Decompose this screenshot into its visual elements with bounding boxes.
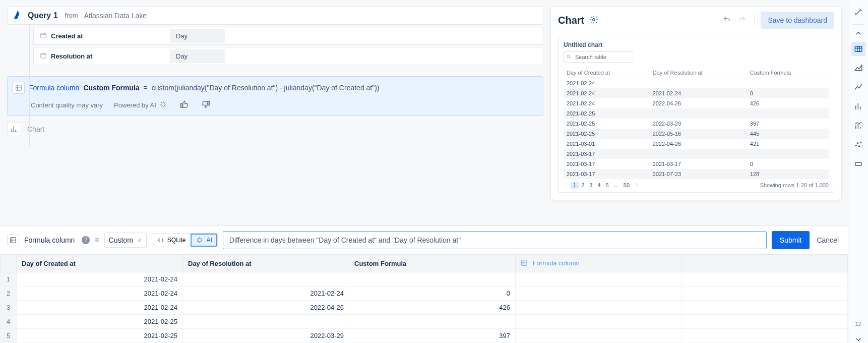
- table-row[interactable]: 2021-03-012022-04-26421: [564, 139, 829, 149]
- custom-chip[interactable]: Custom: [104, 233, 147, 248]
- table-row[interactable]: 2021-03-172021-07-23128: [564, 169, 829, 179]
- col-header[interactable]: Day of Resolution at: [183, 255, 349, 272]
- mode-toggle: SQLite AI: [152, 233, 218, 247]
- chevron-up-icon[interactable]: [851, 30, 865, 37]
- table-row[interactable]: 2021-02-242022-04-26426: [564, 98, 829, 108]
- chart-icon: [7, 122, 21, 136]
- submit-button[interactable]: Submit: [772, 231, 810, 249]
- grain-pill[interactable]: Day: [170, 49, 225, 63]
- undo-button[interactable]: [721, 14, 733, 27]
- dim-label: Created at: [51, 32, 83, 40]
- natural-language-input[interactable]: [223, 231, 767, 249]
- svg-point-8: [855, 145, 856, 146]
- magic-wand-icon[interactable]: [851, 5, 865, 19]
- chart-panel: Chart Save to dashboard Untitled chart: [550, 6, 842, 200]
- svg-rect-12: [855, 162, 861, 165]
- combo-chart-icon[interactable]: [851, 119, 865, 133]
- kpi-icon[interactable]: [851, 157, 865, 171]
- thumbs-up-button[interactable]: [178, 99, 190, 111]
- ai-mode-button[interactable]: AI: [191, 234, 217, 247]
- page-button[interactable]: 50: [621, 182, 632, 189]
- svg-point-3: [593, 18, 595, 21]
- query-title: Query 1: [28, 11, 58, 20]
- rail-count: 12: [855, 321, 861, 327]
- chart-title: Chart: [558, 15, 584, 26]
- pagination: 12345...50 Showing rows 1-20 of 1,000: [564, 182, 829, 188]
- svg-point-9: [857, 143, 858, 144]
- page-button[interactable]: 5: [603, 182, 611, 189]
- formula-icon: [521, 260, 528, 268]
- col-header-empty: [682, 255, 848, 272]
- table-row[interactable]: 2021-03-17: [564, 149, 829, 159]
- save-to-dashboard-button[interactable]: Save to dashboard: [761, 12, 834, 29]
- table-row[interactable]: 12021-02-24: [1, 272, 848, 287]
- chart-settings-button[interactable]: [589, 15, 598, 26]
- formula-bar-label: Formula column: [24, 236, 75, 244]
- chart-type-rail: 12: [848, 0, 868, 343]
- chevron-down-icon[interactable]: [851, 336, 865, 343]
- clear-chip-icon[interactable]: [137, 236, 142, 244]
- svg-point-11: [860, 142, 861, 143]
- formula-name: Custom Formula: [83, 84, 139, 92]
- area-chart-icon[interactable]: [851, 61, 865, 75]
- svg-point-4: [567, 55, 570, 58]
- query-source: Atlassian Data Lake: [84, 12, 147, 20]
- table-view-icon[interactable]: [851, 42, 865, 56]
- formula-column-link[interactable]: Formula column: [29, 84, 79, 92]
- table-row[interactable]: 2021-02-252022-03-29397: [564, 119, 829, 129]
- formula-expression: custom(julianday("Day of Resolution at")…: [152, 84, 380, 92]
- sqlite-mode-button[interactable]: SQLite: [152, 234, 191, 247]
- col-header[interactable]: Day of Created at: [564, 68, 650, 78]
- svg-rect-1: [41, 53, 46, 58]
- query-header[interactable]: Query 1 from Atlassian Data Lake: [7, 6, 543, 25]
- calendar-icon: [40, 52, 47, 61]
- formula-icon: [13, 82, 25, 94]
- col-header[interactable]: Day of Resolution at: [650, 68, 747, 78]
- page-button[interactable]: 4: [595, 182, 603, 189]
- line-chart-icon[interactable]: [851, 80, 865, 94]
- query-dimension-resolution-at[interactable]: Resolution at Day: [33, 47, 543, 65]
- formula-column-header[interactable]: Formula column: [516, 255, 682, 272]
- table-row[interactable]: 2021-02-24: [564, 78, 829, 89]
- table-row[interactable]: 52021-02-252022-03-29397: [1, 329, 848, 343]
- divider: [754, 14, 755, 26]
- sparkle-icon: [159, 100, 167, 110]
- page-button[interactable]: ...: [611, 182, 621, 189]
- thumbs-down-button[interactable]: [201, 99, 212, 111]
- pagination-info: Showing rows 1-20 of 1,000: [760, 182, 829, 188]
- page-button[interactable]: 1: [571, 182, 579, 189]
- query-from-label: from: [65, 12, 78, 19]
- redo-button[interactable]: [736, 14, 748, 27]
- query-dimension-created-at[interactable]: Created at Day: [33, 27, 543, 45]
- chart-subtitle: Untitled chart: [564, 41, 829, 48]
- table-row[interactable]: 32021-02-242022-04-26426: [1, 301, 848, 315]
- col-header[interactable]: Custom Formula: [349, 255, 516, 272]
- prev-page-button[interactable]: [564, 182, 569, 188]
- page-button[interactable]: 3: [587, 182, 595, 189]
- table-row[interactable]: 22021-02-242021-02-240: [1, 287, 848, 301]
- grain-pill[interactable]: Day: [170, 29, 225, 43]
- col-header[interactable]: Custom Formula: [747, 68, 829, 78]
- table-row[interactable]: 2021-02-25: [564, 108, 829, 119]
- svg-rect-0: [41, 33, 46, 37]
- search-table-input[interactable]: [564, 51, 634, 63]
- page-button[interactable]: 2: [579, 182, 587, 189]
- table-row[interactable]: 2021-03-172021-03-170: [564, 159, 829, 169]
- atlassian-icon: [13, 10, 23, 21]
- help-icon[interactable]: ?: [82, 236, 90, 244]
- formula-editor-bar: Formula column ? = Custom SQLite AI Subm…: [0, 225, 848, 254]
- next-page-button[interactable]: [634, 182, 639, 188]
- ai-disclaimer: Content quality may vary: [31, 101, 103, 109]
- table-row[interactable]: 2021-02-242021-02-240: [564, 88, 829, 98]
- col-header[interactable]: Day of Created at: [17, 255, 183, 272]
- scatter-chart-icon[interactable]: [851, 138, 865, 152]
- table-row[interactable]: 42021-02-25: [1, 315, 848, 329]
- results-table: Day of Created at Day of Resolution at C…: [0, 255, 848, 343]
- bar-chart-icon[interactable]: [851, 99, 865, 113]
- cancel-button[interactable]: Cancel: [815, 233, 841, 247]
- formula-column-icon: [7, 234, 19, 246]
- chart-preview-table: Day of Created at Day of Resolution at C…: [564, 68, 829, 179]
- equals-sign: =: [144, 84, 148, 92]
- chart-placeholder-label[interactable]: Chart: [27, 125, 44, 133]
- table-row[interactable]: 2021-02-252022-05-16445: [564, 129, 829, 139]
